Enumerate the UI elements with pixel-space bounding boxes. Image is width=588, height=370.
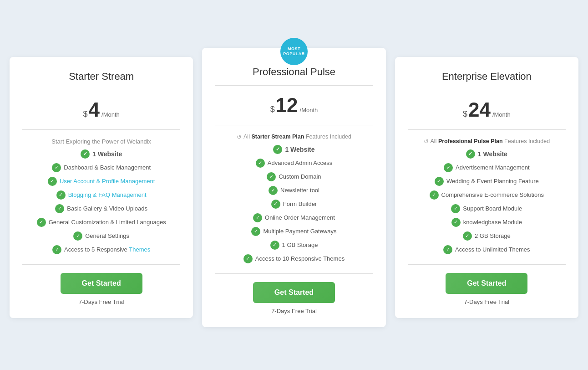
- trial-text-enterprise: 7-Days Free Trial: [408, 298, 566, 305]
- feature-starter-3: ✓ Basic Gallery & Video Uploads: [22, 204, 180, 213]
- plan-title-enterprise: Enterprise Elevation: [408, 71, 566, 82]
- price-row-starter: $ 4 /Month: [22, 98, 180, 121]
- feature-pro-4: ✓ Online Order Management: [215, 213, 373, 222]
- check-icon: ✓: [463, 231, 472, 241]
- price-symbol-starter: $: [83, 109, 88, 119]
- check-icon: ✓: [430, 190, 439, 200]
- divider-starter: [22, 90, 180, 90]
- divider-starter-2: [22, 129, 180, 130]
- price-amount-ent: 24: [468, 98, 491, 121]
- check-icon: ✓: [271, 200, 280, 209]
- divider-pro: [215, 85, 373, 86]
- check-icon: ✓: [269, 186, 278, 195]
- get-started-button-enterprise[interactable]: Get Started: [446, 273, 527, 294]
- check-icon: ✓: [52, 245, 61, 254]
- plan-card-starter: Starter Stream $ 4 /Month Start Explorin…: [10, 57, 193, 318]
- trial-text-pro: 7-Days Free Trial: [215, 308, 373, 314]
- check-icon: ✓: [81, 149, 90, 159]
- feature-ent-3: ✓ Support Board Module: [408, 204, 566, 213]
- feature-starter-0: ✓ Dashboard & Basic Management: [22, 163, 180, 172]
- check-icon: ✓: [256, 159, 265, 168]
- check-icon: ✓: [243, 254, 253, 263]
- feature-pro-6: ✓ 1 GB Storage: [215, 241, 373, 250]
- feature-ent-6: ✓ Access to Unlimited Themes: [408, 245, 566, 254]
- divider-ent-2: [408, 129, 566, 130]
- divider-starter-3: [22, 264, 180, 265]
- feature-ent-0: ✓ Advertisement Management: [408, 163, 566, 172]
- check-icon: ✓: [443, 245, 452, 254]
- check-icon: ✓: [451, 204, 460, 213]
- feature-pro-3: ✓ Form Builder: [215, 200, 373, 209]
- feature-starter-1: ✓ User Account & Profile Management: [22, 177, 180, 186]
- divider-pro-2: [215, 125, 373, 125]
- plan-title-professional: Professional Pulse: [215, 66, 373, 78]
- feature-starter-6: ✓ Access to 5 Responsive Themes: [22, 245, 180, 254]
- highlight-pro: ✓ 1 Website: [215, 145, 373, 154]
- feature-pro-2: ✓ Newsletter tool: [215, 186, 373, 195]
- plan-card-professional: Most Popular Professional Pulse $ 12 /Mo…: [202, 48, 385, 327]
- get-started-button-starter[interactable]: Get Started: [61, 273, 142, 294]
- plan-card-enterprise: Enterprise Elevation $ 24 /Month ↺ All P…: [395, 57, 578, 318]
- check-icon: ✓: [270, 241, 279, 250]
- price-symbol-ent: $: [463, 109, 467, 119]
- get-started-button-pro[interactable]: Get Started: [253, 282, 335, 303]
- trial-text-starter: 7-Days Free Trial: [22, 298, 180, 305]
- check-icon: ✓: [55, 204, 64, 213]
- features-list-pro: ↺ All Starter Stream Plan Features Inclu…: [215, 134, 373, 263]
- check-icon: ✓: [267, 172, 276, 181]
- check-icon: ✓: [273, 145, 282, 154]
- check-icon: ✓: [251, 227, 260, 236]
- pricing-container: Starter Stream $ 4 /Month Start Explorin…: [10, 43, 578, 327]
- check-icon: ✓: [466, 149, 475, 159]
- plan-title-starter: Starter Stream: [22, 71, 180, 82]
- feature-ent-5: ✓ 2 GB Storage: [408, 231, 566, 241]
- check-icon: ✓: [253, 213, 262, 222]
- price-row-professional: $ 12 /Month: [215, 94, 373, 117]
- feature-pro-1: ✓ Custom Domain: [215, 172, 373, 181]
- check-icon: ✓: [52, 163, 61, 172]
- feature-ent-2: ✓ Comprehensive E-commerce Solutions: [408, 190, 566, 200]
- price-amount-starter: 4: [89, 98, 100, 121]
- feature-starter-4: ✓ General Customization & Limited Langua…: [22, 218, 180, 227]
- features-list-enterprise: ↺ All Professional Pulse Plan Features I…: [408, 138, 566, 254]
- feature-ent-1: ✓ Wedding & Event Planning Feature: [408, 177, 566, 186]
- price-period-pro: /Month: [300, 107, 318, 113]
- features-list-starter: Start Exploring the Power of Welandix ✓ …: [22, 138, 180, 254]
- include-note-pro: ↺ All Starter Stream Plan Features Inclu…: [215, 134, 373, 140]
- price-row-enterprise: $ 24 /Month: [408, 98, 566, 121]
- highlight-starter: ✓ 1 Website: [22, 149, 180, 159]
- price-symbol-pro: $: [270, 105, 275, 114]
- divider-ent: [408, 90, 566, 90]
- check-icon: ✓: [451, 218, 461, 227]
- price-period-ent: /Month: [492, 111, 511, 118]
- price-period-starter: /Month: [101, 111, 120, 118]
- check-icon: ✓: [73, 231, 82, 241]
- include-note-ent: ↺ All Professional Pulse Plan Features I…: [408, 138, 566, 145]
- feature-starter-2: ✓ Blogging & FAQ Management: [22, 190, 180, 200]
- check-icon: ✓: [444, 163, 453, 172]
- feature-pro-5: ✓ Multiple Payment Gateways: [215, 227, 373, 236]
- divider-pro-3: [215, 273, 373, 274]
- price-amount-pro: 12: [276, 94, 298, 117]
- highlight-ent: ✓ 1 Website: [408, 149, 566, 159]
- check-icon: ✓: [435, 177, 444, 186]
- feature-pro-7: ✓ Access to 10 Responsive Themes: [215, 254, 373, 263]
- feature-pro-0: ✓ Advanced Admin Access: [215, 159, 373, 168]
- most-popular-badge: Most Popular: [280, 38, 308, 65]
- feature-ent-4: ✓ knowledgbase Module: [408, 218, 566, 227]
- divider-ent-3: [408, 264, 566, 265]
- tagline-starter: Start Exploring the Power of Welandix: [22, 138, 180, 145]
- check-icon: ✓: [37, 218, 46, 227]
- check-icon: ✓: [56, 190, 66, 200]
- check-icon: ✓: [48, 177, 57, 186]
- feature-starter-5: ✓ General Settings: [22, 231, 180, 241]
